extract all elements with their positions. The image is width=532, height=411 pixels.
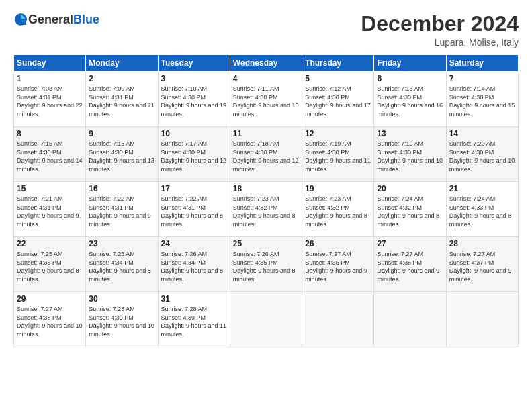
day-info: Sunrise: 7:16 AMSunset: 4:30 PMDaylight:… [89,140,154,173]
day-number: 22 [17,239,83,248]
header-thursday: Thursday [302,55,374,72]
day-info: Sunrise: 7:28 AMSunset: 4:39 PMDaylight:… [89,306,154,338]
day-info: Sunrise: 7:22 AMSunset: 4:31 PMDaylight:… [161,195,224,228]
day-number: 12 [305,129,371,138]
logo-icon [13,12,28,27]
table-row: 31 Sunrise: 7:28 AMSunset: 4:39 PMDaylig… [158,292,230,347]
day-number: 11 [233,129,299,138]
table-row: 20 Sunrise: 7:24 AMSunset: 4:32 PMDaylig… [374,182,446,237]
day-number: 24 [161,239,227,248]
day-number: 18 [233,184,299,193]
table-row: 6 Sunrise: 7:13 AMSunset: 4:30 PMDayligh… [374,72,446,127]
day-info: Sunrise: 7:23 AMSunset: 4:32 PMDaylight:… [305,195,367,228]
table-row: 22 Sunrise: 7:25 AMSunset: 4:33 PMDaylig… [14,237,86,292]
day-info: Sunrise: 7:15 AMSunset: 4:30 PMDaylight:… [17,140,83,173]
day-number: 16 [89,184,154,193]
day-number: 15 [17,184,83,193]
table-row: 26 Sunrise: 7:27 AMSunset: 4:36 PMDaylig… [302,237,374,292]
svg-marker-2 [21,19,26,25]
table-row: 15 Sunrise: 7:21 AMSunset: 4:31 PMDaylig… [14,182,86,237]
day-number: 3 [161,74,227,83]
page: GeneralBlue December 2024 Lupara, Molise… [0,0,532,411]
table-row [446,292,518,347]
table-row: 17 Sunrise: 7:22 AMSunset: 4:31 PMDaylig… [158,182,230,237]
table-row [230,292,302,347]
table-row: 2 Sunrise: 7:09 AMSunset: 4:31 PMDayligh… [86,72,158,127]
day-number: 23 [89,239,154,248]
day-number: 10 [161,129,227,138]
day-number: 21 [449,184,515,193]
table-row: 21 Sunrise: 7:24 AMSunset: 4:33 PMDaylig… [446,182,518,237]
logo: GeneralBlue [13,12,99,27]
day-number: 13 [377,129,443,138]
header-friday: Friday [374,55,446,72]
table-row: 4 Sunrise: 7:11 AMSunset: 4:30 PMDayligh… [230,72,302,127]
day-number: 6 [377,74,443,83]
table-row: 13 Sunrise: 7:19 AMSunset: 4:30 PMDaylig… [374,127,446,182]
calendar: Sunday Monday Tuesday Wednesday Thursday… [13,54,519,347]
day-info: Sunrise: 7:27 AMSunset: 4:36 PMDaylight:… [305,250,367,283]
table-row: 9 Sunrise: 7:16 AMSunset: 4:30 PMDayligh… [86,127,158,182]
day-info: Sunrise: 7:11 AMSunset: 4:30 PMDaylight:… [233,85,299,118]
day-number: 26 [305,239,371,248]
day-number: 7 [449,74,515,83]
day-info: Sunrise: 7:27 AMSunset: 4:36 PMDaylight:… [377,250,439,283]
day-info: Sunrise: 7:19 AMSunset: 4:30 PMDaylight:… [305,140,371,173]
day-info: Sunrise: 7:27 AMSunset: 4:37 PMDaylight:… [449,250,512,283]
day-number: 20 [377,184,443,193]
day-info: Sunrise: 7:14 AMSunset: 4:30 PMDaylight:… [449,85,515,118]
day-number: 19 [305,184,371,193]
day-number: 2 [89,74,154,83]
day-info: Sunrise: 7:13 AMSunset: 4:30 PMDaylight:… [377,85,443,118]
table-row: 29 Sunrise: 7:27 AMSunset: 4:38 PMDaylig… [14,292,86,347]
day-info: Sunrise: 7:17 AMSunset: 4:30 PMDaylight:… [161,140,227,173]
table-row: 25 Sunrise: 7:26 AMSunset: 4:35 PMDaylig… [230,237,302,292]
day-info: Sunrise: 7:24 AMSunset: 4:32 PMDaylight:… [377,195,439,228]
day-info: Sunrise: 7:22 AMSunset: 4:31 PMDaylight:… [89,195,151,228]
table-row [302,292,374,347]
table-row: 28 Sunrise: 7:27 AMSunset: 4:37 PMDaylig… [446,237,518,292]
header-monday: Monday [86,55,158,72]
day-info: Sunrise: 7:23 AMSunset: 4:32 PMDaylight:… [233,195,296,228]
table-row: 8 Sunrise: 7:15 AMSunset: 4:30 PMDayligh… [14,127,86,182]
day-number: 14 [449,129,515,138]
table-row: 27 Sunrise: 7:27 AMSunset: 4:36 PMDaylig… [374,237,446,292]
day-number: 25 [233,239,299,248]
day-info: Sunrise: 7:25 AMSunset: 4:34 PMDaylight:… [89,250,151,283]
day-info: Sunrise: 7:10 AMSunset: 4:30 PMDaylight:… [161,85,227,118]
table-row: 10 Sunrise: 7:17 AMSunset: 4:30 PMDaylig… [158,127,230,182]
day-info: Sunrise: 7:19 AMSunset: 4:30 PMDaylight:… [377,140,443,173]
logo-general-text: General [28,13,73,27]
day-info: Sunrise: 7:08 AMSunset: 4:31 PMDaylight:… [17,85,83,118]
day-number: 31 [161,294,227,304]
day-number: 30 [89,294,154,304]
table-row: 30 Sunrise: 7:28 AMSunset: 4:39 PMDaylig… [86,292,158,347]
header-sunday: Sunday [14,55,86,72]
month-title: December 2024 [361,12,519,36]
day-number: 8 [17,129,83,138]
location: Lupara, Molise, Italy [361,37,519,48]
table-row: 12 Sunrise: 7:19 AMSunset: 4:30 PMDaylig… [302,127,374,182]
header-saturday: Saturday [446,55,518,72]
table-row [374,292,446,347]
table-row: 18 Sunrise: 7:23 AMSunset: 4:32 PMDaylig… [230,182,302,237]
day-info: Sunrise: 7:21 AMSunset: 4:31 PMDaylight:… [17,195,79,228]
day-number: 28 [449,239,515,248]
day-number: 27 [377,239,443,248]
day-number: 17 [161,184,227,193]
table-row: 14 Sunrise: 7:20 AMSunset: 4:30 PMDaylig… [446,127,518,182]
day-number: 1 [17,74,83,83]
day-info: Sunrise: 7:18 AMSunset: 4:30 PMDaylight:… [233,140,299,173]
day-number: 9 [89,129,154,138]
table-row: 1 Sunrise: 7:08 AMSunset: 4:31 PMDayligh… [14,72,86,127]
day-info: Sunrise: 7:12 AMSunset: 4:30 PMDaylight:… [305,85,371,118]
title-section: December 2024 Lupara, Molise, Italy [361,12,519,48]
table-row: 11 Sunrise: 7:18 AMSunset: 4:30 PMDaylig… [230,127,302,182]
table-row: 3 Sunrise: 7:10 AMSunset: 4:30 PMDayligh… [158,72,230,127]
table-row: 19 Sunrise: 7:23 AMSunset: 4:32 PMDaylig… [302,182,374,237]
day-info: Sunrise: 7:25 AMSunset: 4:33 PMDaylight:… [17,250,79,283]
day-info: Sunrise: 7:24 AMSunset: 4:33 PMDaylight:… [449,195,512,228]
table-row: 23 Sunrise: 7:25 AMSunset: 4:34 PMDaylig… [86,237,158,292]
table-row: 7 Sunrise: 7:14 AMSunset: 4:30 PMDayligh… [446,72,518,127]
header: GeneralBlue December 2024 Lupara, Molise… [13,12,519,48]
